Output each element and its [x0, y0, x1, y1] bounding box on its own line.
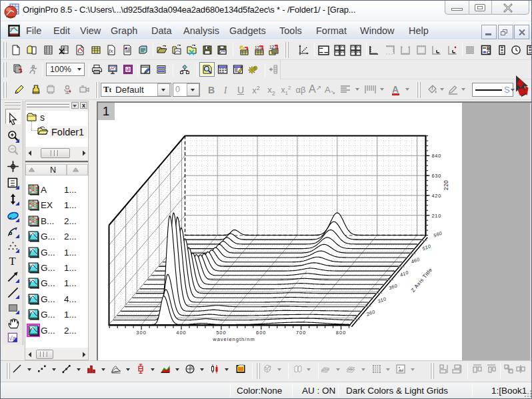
svg-text:560: 560	[432, 230, 442, 238]
svg-text:Z Axis Title: Z Axis Title	[409, 266, 433, 293]
svg-text:600: 600	[256, 330, 267, 336]
svg-text:400: 400	[176, 330, 187, 336]
svg-text:800: 800	[335, 330, 346, 336]
svg-text:C: C	[487, 50, 490, 55]
svg-text:410: 410	[399, 269, 409, 278]
svg-text:wavelength/nm: wavelength/nm	[212, 336, 255, 342]
svg-text:300: 300	[136, 330, 147, 336]
svg-text:T: T	[9, 255, 16, 268]
svg-text:fx: fx	[109, 47, 113, 54]
svg-text:840: 840	[431, 153, 441, 159]
svg-text:630: 630	[431, 172, 441, 178]
svg-text:260: 260	[365, 308, 375, 317]
svg-text:310: 310	[377, 296, 387, 304]
svg-text:210: 210	[431, 212, 441, 218]
svg-text:360: 360	[387, 282, 397, 291]
svg-text:460: 460	[410, 256, 420, 264]
svg-text:0: 0	[191, 365, 193, 369]
svg-text:510: 510	[421, 243, 431, 252]
svg-text:420: 420	[431, 192, 441, 198]
svg-text:220: 220	[442, 179, 449, 190]
svg-text:700: 700	[295, 330, 306, 336]
svg-text:500: 500	[216, 330, 227, 336]
